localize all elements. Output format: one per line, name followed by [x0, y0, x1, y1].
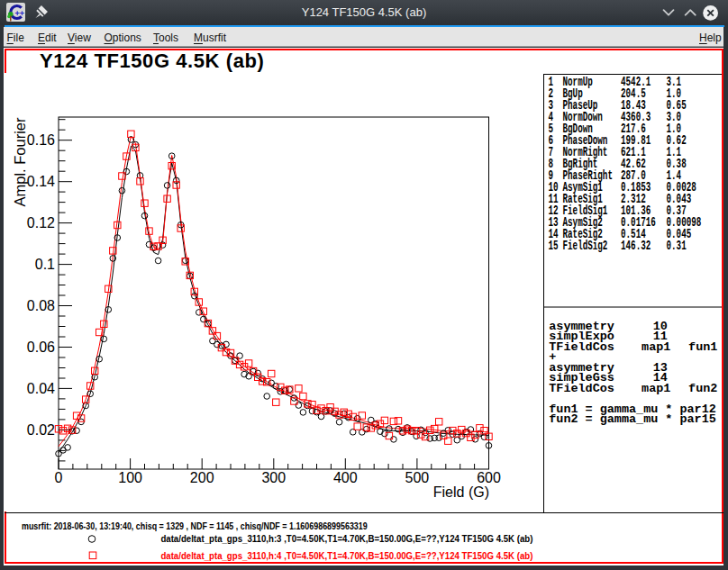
svg-text:fun2: fun2: [688, 382, 717, 395]
svg-text:map1: map1: [642, 340, 670, 354]
svg-text:musrfit: 2018-06-30, 13:19:40,: musrfit: 2018-06-30, 13:19:40, chisq = 1…: [22, 521, 368, 532]
svg-text:100: 100: [118, 470, 142, 485]
svg-text:Ampl. Fourier: Ampl. Fourier: [12, 117, 28, 207]
svg-text:Field (G): Field (G): [433, 484, 489, 500]
svg-text:TFieldCos: TFieldCos: [549, 382, 614, 395]
svg-text:0.31: 0.31: [667, 240, 687, 255]
svg-text:146.32: 146.32: [621, 240, 651, 255]
svg-text:0: 0: [55, 470, 63, 485]
svg-text:FieldSig2: FieldSig2: [563, 240, 608, 255]
svg-text:400: 400: [333, 470, 358, 485]
svg-text:TFieldCos: TFieldCos: [549, 340, 614, 354]
svg-text:0.16: 0.16: [27, 132, 55, 148]
svg-text:0.1: 0.1: [35, 257, 55, 272]
svg-text:0.08: 0.08: [27, 298, 55, 313]
svg-text:++: ++: [15, 9, 25, 18]
svg-text:0.12: 0.12: [27, 215, 55, 231]
svg-text:0.14: 0.14: [27, 174, 55, 189]
svg-text:data/deltat_pta_gps_3110,h:3 ,: data/deltat_pta_gps_3110,h:3 ,T0=4.50K,T…: [160, 534, 532, 544]
svg-text:fun1: fun1: [688, 340, 717, 354]
svg-text:300: 300: [261, 470, 286, 485]
svg-text:data/deltat_pta_gps_3110,h:4 ,: data/deltat_pta_gps_3110,h:4 ,T0=4.50K,T…: [160, 550, 532, 560]
svg-text:0.02: 0.02: [27, 422, 55, 438]
svg-text:15: 15: [549, 240, 559, 255]
svg-text:0.06: 0.06: [27, 339, 55, 355]
svg-text:fun2 = gamma_mu * par15: fun2 = gamma_mu * par15: [549, 412, 715, 426]
svg-text:200: 200: [190, 470, 214, 485]
svg-text:500: 500: [405, 470, 430, 485]
svg-text:Y124 TF150G 4.5K (ab): Y124 TF150G 4.5K (ab): [40, 50, 264, 72]
svg-text:0.04: 0.04: [27, 381, 55, 396]
svg-text:map1: map1: [642, 382, 670, 395]
svg-text:600: 600: [477, 470, 501, 485]
